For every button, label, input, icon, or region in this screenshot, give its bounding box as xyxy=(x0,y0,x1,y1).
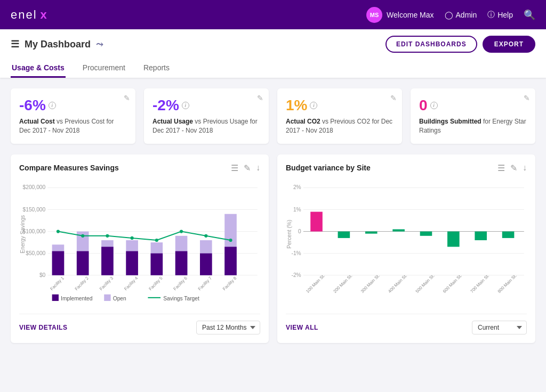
svg-rect-45 xyxy=(104,294,110,300)
search-button[interactable]: 🔍 xyxy=(524,9,535,21)
svg-rect-27 xyxy=(175,251,188,275)
svg-text:-2%: -2% xyxy=(292,272,301,277)
download-icon[interactable]: ↓ xyxy=(256,163,260,173)
tab-procurement[interactable]: Procurement xyxy=(82,59,126,78)
info-icon: i xyxy=(49,102,56,109)
svg-rect-62 xyxy=(338,231,350,238)
svg-text:2%: 2% xyxy=(293,184,301,190)
tab-reports[interactable]: Reports xyxy=(142,59,171,78)
svg-text:Facility 6: Facility 6 xyxy=(173,275,189,291)
svg-rect-33 xyxy=(224,247,237,275)
info-icon-2: i xyxy=(182,102,189,109)
admin-label: Admin xyxy=(456,11,477,19)
compare-chart-dropdown[interactable]: Past 12 Months Past 6 Months Past 3 Mont… xyxy=(196,321,260,334)
svg-rect-72 xyxy=(475,231,487,240)
list-icon-2[interactable]: ☰ xyxy=(497,163,505,173)
svg-rect-24 xyxy=(151,253,163,275)
kpi-row: ✎ -6% i Actual Cost vs Previous Cost for… xyxy=(11,88,535,144)
view-details-link[interactable]: VIEW DETAILS xyxy=(19,324,67,331)
svg-text:Percent (%): Percent (%) xyxy=(286,219,292,248)
dashboard-title-section: ☰ My Dashboard ⤳ xyxy=(11,38,103,50)
help-nav[interactable]: ⓘ Help xyxy=(487,10,513,20)
kpi-desc-co2: Actual CO2 vs Previous CO2 for Dec 2017 … xyxy=(286,117,394,135)
kpi-edit-icon-2[interactable]: ✎ xyxy=(257,94,263,102)
svg-point-37 xyxy=(106,234,109,237)
svg-rect-30 xyxy=(200,253,212,275)
edit-icon[interactable]: ✎ xyxy=(244,163,251,173)
help-label: Help xyxy=(497,11,513,19)
svg-rect-74 xyxy=(502,231,515,238)
svg-text:Facility 1: Facility 1 xyxy=(50,275,66,291)
svg-text:500 Main St.: 500 Main St. xyxy=(415,273,436,294)
list-icon[interactable]: ☰ xyxy=(231,163,238,173)
budget-chart-svg: 2% 1% 0 -1% -2% Percent (%) xyxy=(286,179,527,305)
svg-rect-64 xyxy=(365,231,378,233)
svg-point-38 xyxy=(131,236,134,239)
tab-bar: Usage & Costs Procurement Reports xyxy=(11,59,535,78)
sub-header: ☰ My Dashboard ⤳ EDIT DASHBOARDS EXPORT … xyxy=(0,29,546,78)
welcome-text: Welcome Max xyxy=(387,11,433,19)
svg-text:200 Main St.: 200 Main St. xyxy=(333,273,354,294)
kpi-value-cost: -6% i xyxy=(19,97,127,114)
kpi-edit-icon-4[interactable]: ✎ xyxy=(524,94,530,102)
svg-text:$100,000: $100,000 xyxy=(22,228,45,234)
kpi-value-co2: 1% i xyxy=(286,97,394,114)
svg-text:$50,000: $50,000 xyxy=(26,250,45,256)
svg-text:Savings Target: Savings Target xyxy=(163,296,199,301)
logo-text: enel xyxy=(11,8,37,22)
svg-text:Facility 4: Facility 4 xyxy=(123,275,139,291)
kpi-edit-icon-3[interactable]: ✎ xyxy=(390,94,397,102)
svg-rect-68 xyxy=(420,231,432,235)
svg-text:Facility 3: Facility 3 xyxy=(99,275,115,291)
kpi-value-buildings: 0 i xyxy=(419,97,527,114)
svg-point-35 xyxy=(57,230,60,233)
budget-chart-dropdown[interactable]: Current Last Month Last Quarter xyxy=(472,321,527,334)
view-all-link[interactable]: VIEW ALL xyxy=(286,324,318,331)
info-icon-4: i xyxy=(430,102,438,109)
svg-point-36 xyxy=(81,234,84,237)
svg-rect-18 xyxy=(101,247,114,275)
logo: enel x xyxy=(11,8,47,22)
svg-text:Energy Savings: Energy Savings xyxy=(20,215,26,253)
svg-text:$200,000: $200,000 xyxy=(22,184,45,190)
budget-chart-title: Budget variance by Site xyxy=(286,164,371,172)
chart-row: Compare Measures Savings ☰ ✎ ↓ $200,000 … xyxy=(11,154,535,343)
svg-point-39 xyxy=(155,239,158,242)
kpi-desc-usage: Actual Usage vs Previous Usage for Dec 2… xyxy=(152,117,260,135)
budget-chart-header: Budget variance by Site ☰ ✎ ↓ xyxy=(286,163,527,173)
help-icon: ⓘ xyxy=(487,10,495,20)
welcome-section: MS Welcome Max xyxy=(366,7,433,23)
svg-text:400 Main St.: 400 Main St. xyxy=(387,273,408,294)
svg-text:800 Main St.: 800 Main St. xyxy=(497,273,518,294)
admin-nav[interactable]: ◯ Admin xyxy=(445,11,477,19)
svg-text:Facility 2: Facility 2 xyxy=(74,275,90,291)
svg-rect-66 xyxy=(392,229,405,231)
kpi-card-cost: ✎ -6% i Actual Cost vs Previous Cost for… xyxy=(11,88,135,144)
edit-dashboards-button[interactable]: EDIT DASHBOARDS xyxy=(386,36,477,53)
main-content: ✎ -6% i Actual Cost vs Previous Cost for… xyxy=(0,78,546,354)
tab-usage-costs[interactable]: Usage & Costs xyxy=(11,59,66,78)
dashboard-title-row: ☰ My Dashboard ⤳ EDIT DASHBOARDS EXPORT xyxy=(11,36,535,53)
svg-text:Facility 5: Facility 5 xyxy=(148,275,164,291)
download-icon-2[interactable]: ↓ xyxy=(523,163,527,173)
add-dashboard-icon[interactable]: ⤳ xyxy=(96,39,103,50)
header-right: MS Welcome Max ◯ Admin ⓘ Help 🔍 xyxy=(366,7,535,23)
compare-chart-body: $200,000 $150,000 $100,000 $50,000 $0 En… xyxy=(19,179,260,307)
menu-icon[interactable]: ☰ xyxy=(11,38,19,50)
budget-variance-card: Budget variance by Site ☰ ✎ ↓ 2% 1% 0 -1… xyxy=(277,154,535,343)
info-icon-3: i xyxy=(310,102,317,109)
svg-text:$0: $0 xyxy=(39,272,46,277)
svg-text:-1%: -1% xyxy=(292,250,301,256)
compare-measures-card: Compare Measures Savings ☰ ✎ ↓ $200,000 … xyxy=(11,154,269,343)
header: enel x MS Welcome Max ◯ Admin ⓘ Help 🔍 xyxy=(0,0,546,29)
export-button[interactable]: EXPORT xyxy=(483,36,535,53)
logo-x: x xyxy=(41,8,47,22)
svg-text:700 Main St.: 700 Main St. xyxy=(469,273,490,294)
edit-icon-2[interactable]: ✎ xyxy=(510,163,517,173)
kpi-edit-icon[interactable]: ✎ xyxy=(124,94,130,102)
compare-chart-actions: ☰ ✎ ↓ xyxy=(231,163,260,173)
svg-rect-12 xyxy=(52,251,65,275)
avatar: MS xyxy=(366,7,382,23)
budget-chart-body: 2% 1% 0 -1% -2% Percent (%) xyxy=(286,179,527,307)
compare-chart-svg: $200,000 $150,000 $100,000 $50,000 $0 En… xyxy=(19,179,260,305)
